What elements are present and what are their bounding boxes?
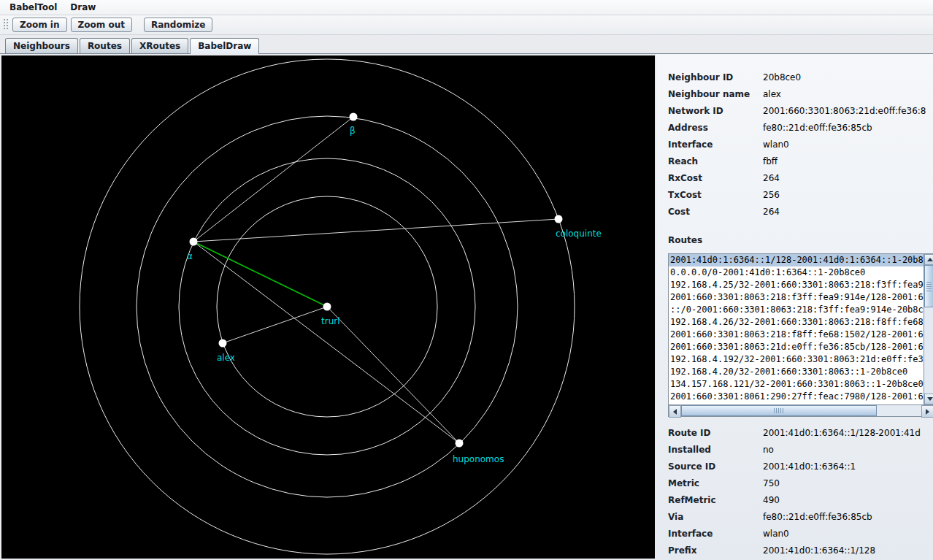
node-label-trurl: trurl [321,316,340,326]
thumb-grip-icon [774,408,784,413]
field-label: Metric [668,478,763,488]
detail-row: Route ID 2001:41d0:1:6364::1/128-2001:41… [668,424,933,441]
graph-node-beta[interactable] [350,113,358,121]
menu-babeltool[interactable]: BabelTool [3,1,64,13]
details-sidepanel: Neighbour ID 20b8ce0 Neighbour name alex… [656,54,933,560]
field-value: fe80::21d:e0ff:fe36:85cb [763,123,872,133]
babeltool-window: BabelTool Draw Zoom in Zoom out Randomiz… [0,0,933,560]
detail-row: Source ID 2001:41d0:1:6364::1 [668,458,933,475]
field-value: fbff [763,156,778,166]
tab-babeldraw[interactable]: BabelDraw [190,38,259,54]
scroll-left-button[interactable] [669,405,681,418]
graph-canvas[interactable]: β coloquinte α trurl alex huponomos [1,55,655,559]
field-label: Reach [668,156,763,166]
detail-row: Prefix 2001:41d0:1:6364::1/128 [668,542,933,559]
menu-draw[interactable]: Draw [64,1,102,13]
graph-node-trurl[interactable] [323,303,331,311]
thumb-grip-icon [926,281,932,291]
scroll-down-button[interactable] [924,394,933,404]
graph-node-huponomos[interactable] [456,440,464,448]
info-row: Neighbour ID 20b8ce0 [668,69,933,85]
tab-bar: Neighbours Routes XRoutes BabelDraw [0,35,933,54]
randomize-button[interactable]: Randomize [144,18,212,32]
route-list-item[interactable]: 134.157.168.121/32-2001:660:3301:8063::1… [669,378,933,391]
routes-section-label: Routes [668,235,933,245]
right-arrow-icon [926,409,929,415]
toolbar-grip-icon[interactable] [4,19,8,31]
field-label: Route ID [668,428,763,438]
horizontal-scrollbar-thumb[interactable] [681,405,877,416]
node-label-coloquinte: coloquinte [556,229,602,239]
info-row: Address fe80::21d:e0ff:fe36:85cb [668,119,933,136]
field-label: Via [668,512,763,522]
route-list-item[interactable]: 2001:41d0:1:6364::1/128-2001:41d0:1:6364… [669,254,933,266]
routes-vertical-scrollbar[interactable] [924,254,933,404]
neighbour-info: Neighbour ID 20b8ce0 Neighbour name alex… [668,69,933,220]
scroll-right-button[interactable] [921,405,933,418]
field-label: Prefix [668,545,763,556]
zoom-out-button[interactable]: Zoom out [71,18,132,32]
info-row: Cost 264 [668,203,933,220]
route-list-item[interactable]: 2001:660:3301:8063:218:f3ff:fea9:914e/12… [669,291,933,304]
detail-row: Installed no [668,441,933,458]
route-list-item[interactable]: 192.168.4.26/32-2001:660:3301:8063:218:f… [669,316,933,329]
field-value: 264 [763,173,780,183]
field-label: Neighbour ID [668,72,763,83]
field-label: RxCost [668,173,763,183]
route-list-item[interactable]: 2001:660:3301:8061:290:27ff:feac:7980/12… [669,391,933,403]
info-row: Neighbour name alex [668,85,933,102]
field-label: Interface [668,139,763,150]
horizontal-scrollbar-track[interactable] [681,405,921,416]
node-label-huponomos: huponomos [453,454,504,464]
field-value: wlan0 [763,139,789,150]
graph-node-coloquinte[interactable] [555,215,563,223]
graph-node-alpha[interactable] [190,238,198,246]
field-value: 750 [763,478,780,488]
field-value: 2001:660:3301:8063:21d:e0ff:fe36:8 [763,106,926,116]
field-value: 2001:41d0:1:6364::1/128-2001:41d [763,428,921,438]
graph-node-alex[interactable] [219,340,227,348]
toolbar: Zoom in Zoom out Randomize [0,15,933,35]
route-list-item[interactable]: ::/0-2001:660:3301:8063:218:f3ff:fea9:91… [669,304,933,316]
routes-horizontal-scrollbar[interactable] [668,405,933,417]
detail-row: Interface wlan0 [668,525,933,542]
route-list-item[interactable]: 2001:660:3301:8063:21d:e0ff:fe36:85cb/12… [669,341,933,353]
detail-row: RefMetric 490 [668,491,933,508]
scroll-up-button[interactable] [924,254,933,265]
field-label: Installed [668,445,763,455]
zoom-in-button[interactable]: Zoom in [12,18,67,32]
menu-bar: BabelTool Draw [0,0,933,15]
routes-list: 2001:41d0:1:6364::1/128-2001:41d0:1:6364… [668,253,933,405]
info-row: Network ID 2001:660:3301:8063:21d:e0ff:f… [668,102,933,119]
up-arrow-icon [927,258,933,261]
field-value: wlan0 [763,529,789,539]
field-value: 490 [763,495,780,505]
field-label: Cost [668,207,763,217]
babeldraw-panel: β coloquinte α trurl alex huponomos Neig… [0,54,933,560]
info-row: Interface wlan0 [668,136,933,153]
detail-row: Metric 750 [668,475,933,491]
field-value: no [763,445,774,455]
route-list-item[interactable]: 192.168.4.20/32-2001:660:3301:8063::1-20… [669,366,933,378]
route-list-item[interactable]: 0.0.0.0/0-2001:41d0:1:6364::1-20b8ce0 [669,266,933,279]
field-label: Neighbour name [668,89,763,99]
info-row: RxCost 264 [668,169,933,186]
field-value: 2001:41d0:1:6364::1 [763,461,856,472]
vertical-scrollbar-thumb[interactable] [924,265,933,307]
tab-neighbours[interactable]: Neighbours [5,38,78,53]
field-label: Interface [668,529,763,539]
tab-xroutes[interactable]: XRoutes [131,38,188,53]
field-value: 20b8ce0 [763,72,801,83]
field-label: Source ID [668,461,763,472]
field-label: Network ID [668,106,763,116]
detail-row: Via fe80::21d:e0ff:fe36:85cb [668,508,933,525]
route-list-item[interactable]: 2001:660:3301:8063:218:f8ff:fe68:1502/12… [669,329,933,341]
field-value: 264 [763,207,780,217]
route-list-item[interactable]: 192.168.4.25/32-2001:660:3301:8063:218:f… [669,279,933,291]
field-value: 256 [763,190,780,200]
tab-routes[interactable]: Routes [80,38,130,53]
left-arrow-icon [673,409,677,415]
field-value: alex [763,89,781,99]
vertical-scrollbar-track[interactable] [924,265,933,394]
route-list-item[interactable]: 192.168.4.192/32-2001:660:3301:8063:21d:… [669,353,933,366]
